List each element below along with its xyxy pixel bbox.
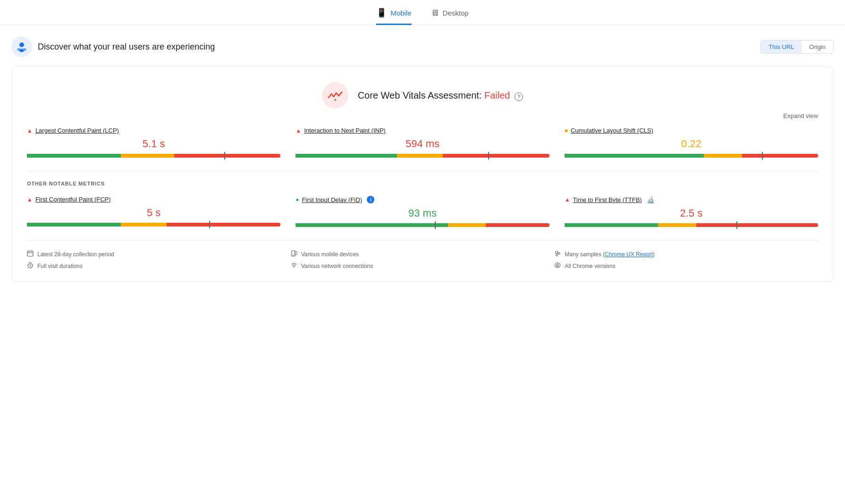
- fcp-value: 5 s: [27, 207, 280, 219]
- ttfb-gauge-red: [696, 223, 818, 227]
- svg-line-23: [556, 266, 558, 268]
- lcp-value: 5.1 s: [27, 138, 280, 150]
- svg-point-17: [556, 252, 558, 254]
- desktop-icon: 🖥: [431, 8, 439, 18]
- metric-cls-label: ■ Cumulative Layout Shift (CLS): [565, 127, 818, 134]
- svg-marker-4: [334, 99, 337, 101]
- fid-link[interactable]: First Input Delay (FID): [302, 196, 363, 203]
- cls-value: 0.22: [565, 138, 818, 150]
- footer-col3: Many samples (Chrome UX Report) All Chro…: [554, 250, 818, 270]
- inp-status-icon: ▲: [296, 127, 301, 134]
- fid-gauge-orange: [448, 223, 486, 227]
- help-icon[interactable]: ?: [515, 92, 523, 101]
- cls-gauge-red: [742, 154, 818, 158]
- header-title: Discover what your real users are experi…: [38, 42, 215, 52]
- url-origin-toggle: This URL Origin: [760, 40, 834, 54]
- footer-network: Various network connections: [291, 262, 555, 270]
- inp-gauge-red: [443, 154, 549, 158]
- lcp-gauge-red: [174, 154, 281, 158]
- footer-network-text: Various network connections: [301, 263, 373, 269]
- tab-desktop[interactable]: 🖥 Desktop: [431, 8, 469, 25]
- metric-inp: ▲ Interaction to Next Paint (INP) 594 ms: [296, 127, 549, 160]
- tab-mobile-label: Mobile: [390, 9, 411, 17]
- metric-inp-label: ▲ Interaction to Next Paint (INP): [296, 127, 549, 134]
- metric-fid: ● First Input Delay (FID) i 93 ms: [296, 196, 549, 229]
- lcp-gauge-marker: [224, 152, 225, 160]
- chrome-icon: [554, 262, 561, 270]
- chrome-ux-report-link[interactable]: Chrome UX Report: [605, 251, 653, 258]
- svg-point-21: [557, 264, 558, 266]
- network-icon: [291, 262, 297, 270]
- lcp-link[interactable]: Largest Contentful Paint (LCP): [35, 127, 119, 134]
- lcp-gauge-green: [27, 154, 121, 158]
- footer-mobile-text: Various mobile devices: [301, 251, 359, 258]
- ttfb-gauge: [565, 223, 818, 227]
- footer-collection-period: Latest 28-day collection period: [27, 250, 291, 258]
- footer-samples-text: Many samples (Chrome UX Report): [565, 251, 655, 258]
- fid-info-icon[interactable]: i: [367, 196, 374, 203]
- footer-col2: Various mobile devices Various network c…: [291, 250, 555, 270]
- other-metrics-grid: ▲ First Contentful Paint (FCP) 5 s ● Fir…: [27, 196, 818, 229]
- footer-info: Latest 28-day collection period Full vis…: [27, 240, 818, 270]
- cls-link[interactable]: Cumulative Layout Shift (CLS): [571, 127, 653, 134]
- footer-visit-durations: Full visit durations: [27, 262, 291, 270]
- cwv-title: Core Web Vitals Assessment: Failed ?: [358, 90, 524, 101]
- svg-line-24: [558, 266, 559, 268]
- metric-lcp: ▲ Largest Contentful Paint (LCP) 5.1 s: [27, 127, 280, 160]
- lcp-gauge: [27, 154, 280, 158]
- cwv-icon: [322, 82, 348, 109]
- svg-point-0: [19, 42, 24, 47]
- cls-status-icon: ■: [565, 127, 568, 134]
- fcp-link[interactable]: First Contentful Paint (FCP): [35, 196, 111, 203]
- inp-gauge-marker: [488, 152, 489, 160]
- ttfb-gauge-green: [565, 223, 659, 227]
- main-card: Core Web Vitals Assessment: Failed ? Exp…: [11, 67, 834, 282]
- calendar-icon: [27, 250, 34, 258]
- mobile-icon: 📱: [376, 8, 387, 18]
- svg-point-3: [23, 48, 26, 51]
- cwv-prefix: Core Web Vitals Assessment:: [358, 90, 484, 101]
- svg-point-18: [558, 252, 560, 254]
- cwv-header: Core Web Vitals Assessment: Failed ?: [27, 82, 818, 109]
- origin-button[interactable]: Origin: [802, 41, 833, 53]
- fcp-gauge-red: [167, 223, 281, 227]
- timer-icon: [27, 262, 34, 270]
- lcp-status-icon: ▲: [27, 127, 33, 134]
- footer-collection-text: Latest 28-day collection period: [37, 251, 114, 258]
- fcp-gauge: [27, 223, 280, 227]
- tab-mobile[interactable]: 📱 Mobile: [376, 8, 411, 25]
- svg-point-16: [294, 267, 295, 268]
- lcp-gauge-orange: [121, 154, 174, 158]
- ttfb-status-icon: ▲: [565, 196, 570, 203]
- svg-point-19: [556, 255, 558, 256]
- footer-mobile-devices: Various mobile devices: [291, 250, 555, 258]
- svg-rect-5: [27, 251, 33, 256]
- cwv-status: Failed: [484, 90, 510, 101]
- metric-fid-label: ● First Input Delay (FID) i: [296, 196, 549, 203]
- other-metrics-label: OTHER NOTABLE METRICS: [27, 181, 818, 186]
- footer-visit-text: Full visit durations: [37, 263, 83, 269]
- footer-col1: Latest 28-day collection period Full vis…: [27, 250, 291, 270]
- ttfb-value: 2.5 s: [565, 207, 818, 219]
- this-url-button[interactable]: This URL: [761, 41, 802, 53]
- cls-gauge-marker: [762, 152, 763, 160]
- fid-gauge-marker: [435, 221, 436, 229]
- expand-view-button[interactable]: Expand view: [27, 112, 818, 119]
- inp-gauge-green: [296, 154, 397, 158]
- fid-value: 93 ms: [296, 207, 549, 219]
- fid-status-icon: ●: [296, 196, 299, 203]
- footer-chrome-versions: All Chrome versions: [554, 262, 818, 270]
- metric-ttfb-label: ▲ Time to First Byte (TTFB) 🔬: [565, 196, 818, 203]
- footer-samples: Many samples (Chrome UX Report): [554, 250, 818, 258]
- tab-bar: 📱 Mobile 🖥 Desktop: [0, 0, 845, 25]
- fid-gauge-red: [486, 223, 549, 227]
- ttfb-link[interactable]: Time to First Byte (TTFB): [573, 196, 642, 203]
- fcp-gauge-green: [27, 223, 121, 227]
- ttfb-gauge-orange: [658, 223, 696, 227]
- fcp-status-icon: ▲: [27, 196, 33, 203]
- inp-link[interactable]: Interaction to Next Paint (INP): [304, 127, 386, 134]
- metric-fcp: ▲ First Contentful Paint (FCP) 5 s: [27, 196, 280, 229]
- cls-gauge-green: [565, 154, 704, 158]
- metric-ttfb: ▲ Time to First Byte (TTFB) 🔬 2.5 s: [565, 196, 818, 229]
- tab-desktop-label: Desktop: [443, 9, 469, 17]
